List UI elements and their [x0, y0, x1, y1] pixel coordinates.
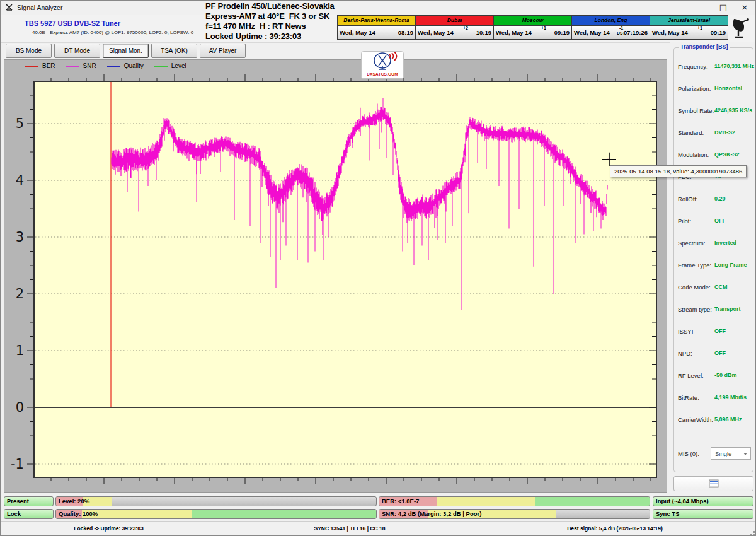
tab-bs-mode[interactable]: BS Mode	[6, 44, 52, 58]
transponder-groupbox: Transponder [BS] Frequency:11470,331 MHz…	[673, 47, 753, 472]
clock-datetime: Wed, May 14-1DST07:19:26	[572, 26, 650, 39]
mis-selected-value: Single	[715, 450, 731, 457]
tuner-details: 40.0E - Express AM7 (ID: 0400) @ LOF1: 9…	[32, 30, 193, 35]
field-label: Spectrum:	[678, 240, 705, 247]
transponder-title: Transponder [BS]	[679, 44, 730, 50]
transponder-row-pilot: Pilot:OFF	[678, 218, 751, 236]
clock-city-label: Dubai	[416, 16, 493, 26]
app-window: Signal Analyzer –□× TBS 5927 USB DVB-S2 …	[0, 0, 756, 536]
bar-label: Input (~4,04 Mbps)	[653, 498, 709, 504]
tuner-name: TBS 5927 USB DVB-S2 Tuner	[25, 20, 120, 27]
field-label: Frequency:	[678, 63, 708, 70]
legend-item-snr: SNR	[66, 62, 96, 69]
logo-dish-icon	[364, 52, 401, 71]
field-label: Modulation:	[678, 151, 709, 158]
clock-moscow: MoscowWed, May 14+109:19	[493, 15, 572, 40]
bar-label: Sync TS	[653, 510, 680, 517]
tab-signal-mon[interactable]: Signal Mon.	[103, 44, 149, 58]
clock-utc-offset: +2	[463, 26, 468, 30]
clock-time: 09:19	[554, 29, 570, 36]
transponder-row-carrierwidth: CarrierWidth:5,096 MHz	[678, 416, 751, 435]
window-controls: –□×	[691, 1, 755, 15]
ber-bar: BER: <1.0E-7	[379, 496, 650, 506]
svg-text:1: 1	[16, 343, 24, 358]
clock-dubai: DubaiWed, May 14+210:19	[415, 15, 494, 40]
present-bar: Present	[4, 496, 54, 506]
headline: PF Prodelin 450/Lučenec-SlovakiaExpress-…	[205, 1, 335, 42]
field-value: 4246,935 KS/s	[714, 107, 752, 114]
transponder-row-npd: NPD:OFF	[678, 350, 751, 369]
clock-date: Wed, May 14	[574, 29, 610, 36]
transponder-row-bitrate: BitRate:4,199 Mbit/s	[678, 394, 751, 413]
maximize-button[interactable]: □	[713, 1, 734, 15]
sync-bar: Sync TS	[653, 509, 753, 519]
legend-item-quality: Quality	[107, 62, 144, 69]
field-value: Inverted	[714, 240, 736, 246]
snr-chart[interactable]: 543210-1	[4, 60, 667, 492]
status-best-signal: Best signal: 5,4 dB (2025-05-13 14:19)	[483, 522, 747, 535]
legend-line-swatch	[25, 66, 38, 67]
tab-av-player[interactable]: AV Player	[200, 44, 246, 58]
legend-label: BER	[42, 62, 55, 69]
svg-text:5: 5	[16, 116, 24, 131]
title-bar: Signal Analyzer –□×	[1, 1, 756, 15]
headline-line: PF Prodelin 450/Lučenec-Slovakia	[205, 1, 335, 11]
status-lock: Locked -> Uptime: 39:23:03	[1, 522, 217, 535]
clock-city-label: Moscow	[494, 16, 571, 26]
status-sync-counters: SYNC 13541 | TEI 16 | CC 18	[217, 522, 483, 535]
svg-text:4: 4	[16, 173, 24, 188]
clock-jerusalem-israel: Jerusalem-IsraelWed, May 14+109:19	[650, 15, 728, 40]
world-clocks: Berlin-Paris-Vienna-RomaWed, May 1408:19…	[338, 15, 728, 40]
bar-segment	[535, 497, 650, 506]
input-bar: Input (~4,04 Mbps)	[653, 496, 753, 506]
logo-text: DXSATCS.COM	[362, 72, 403, 76]
close-button[interactable]: ×	[734, 1, 755, 15]
field-value: OFF	[714, 218, 726, 224]
field-label: CarrierWidth:	[678, 416, 713, 423]
level-bar: Level: 20%	[55, 496, 377, 506]
bar-label: Lock	[4, 510, 21, 517]
transponder-list-button[interactable]	[673, 476, 753, 491]
transponder-row-standard: Standard:DVB-S2	[678, 129, 751, 148]
tab-tsa-ok[interactable]: TSA (OK)	[151, 44, 197, 58]
clock-utc-offset: +1	[697, 26, 702, 30]
bar-label: Level: 20%	[56, 498, 89, 504]
clock-city-label: London, Eng	[572, 16, 650, 26]
legend-line-swatch	[154, 66, 168, 67]
field-label: ISSYI	[678, 328, 693, 335]
field-label: RF Level:	[678, 372, 704, 379]
field-label: NPD:	[678, 350, 692, 357]
headline-line: f=11 470 MHz_H : RT News	[205, 21, 335, 32]
transponder-row-rolloff: RollOff:0.20	[678, 195, 751, 214]
legend-label: SNR	[83, 62, 96, 69]
tab-dt-mode[interactable]: DT Mode	[54, 44, 100, 58]
resize-grip[interactable]	[753, 531, 755, 533]
mis-dropdown[interactable]: Single	[711, 447, 751, 460]
dxsatcs-logo: DXSATCS.COM	[361, 51, 404, 79]
bar-label: Quality: 100%	[56, 510, 98, 517]
clock-datetime: Wed, May 14+109:19	[650, 26, 728, 39]
bar-segment	[192, 510, 376, 518]
snr-bar: SNR: 4,2 dB (Margin: 3,2 dB | Poor)	[379, 509, 650, 519]
legend-item-level: Level	[154, 62, 186, 69]
svg-text:3: 3	[16, 230, 24, 245]
legend-label: Quality	[124, 62, 144, 69]
field-value: Horizontal	[714, 85, 742, 91]
field-value: DVB-S2	[714, 129, 735, 136]
field-value: QPSK-S2	[714, 151, 740, 158]
field-value: CCM	[714, 284, 728, 290]
clock-utc-offset: +1	[541, 26, 546, 30]
clock-london-eng: London, EngWed, May 14-1DST07:19:26	[571, 15, 650, 40]
field-label: Stream type:	[678, 306, 712, 313]
quality-bar: Quality: 100%	[55, 509, 377, 519]
transponder-row-polarization: Polarization:Horizontal	[678, 85, 751, 104]
minimize-button[interactable]: –	[691, 1, 713, 15]
app-icon	[5, 3, 14, 12]
clock-city-label: Berlin-Paris-Vienna-Roma	[338, 16, 415, 26]
transponder-row-rf-level: RF Level:-50 dBm	[678, 372, 751, 391]
transponder-row-symbol-rate: Symbol Rate:4246,935 KS/s	[678, 107, 751, 126]
status-bar: Locked -> Uptime: 39:23:03 SYNC 13541 | …	[1, 521, 756, 535]
transponder-row-frame-type: Frame Type:Long Frame	[678, 262, 751, 281]
field-value: 0.20	[714, 195, 726, 202]
legend-line-swatch	[66, 66, 79, 67]
